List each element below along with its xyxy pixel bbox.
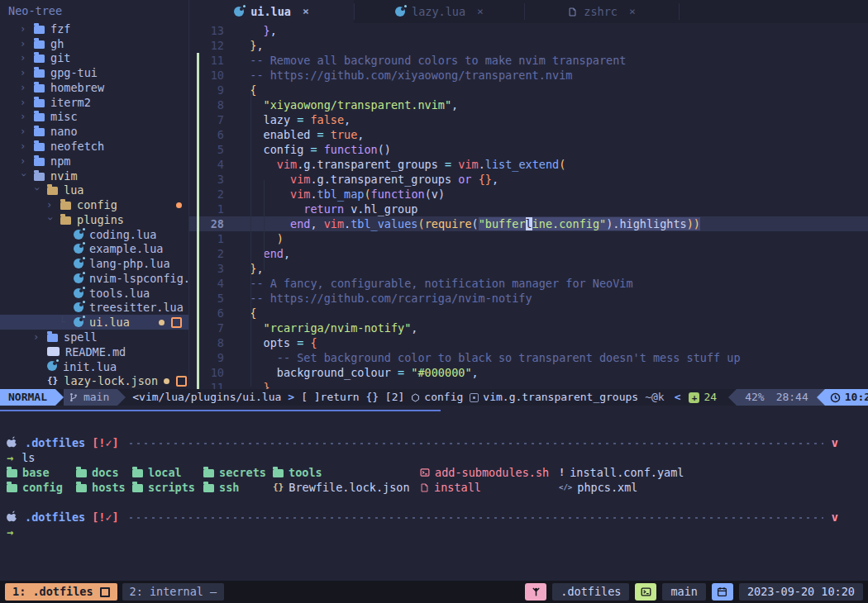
chevron-right-icon[interactable]: ›: [20, 139, 28, 154]
chevron-right-icon[interactable]: ›: [33, 330, 41, 344]
tmux-window-1-dotfiles[interactable]: 1: .dotfiles: [5, 583, 117, 601]
prompt-divider-dots: [127, 440, 823, 445]
tree-item-nvim-lspconfig-[interactable]: nvim-lspconfig.: [0, 271, 188, 286]
tree-item-treesitter-lua[interactable]: treesitter.lua: [0, 301, 188, 316]
code-line[interactable]: 6 {: [189, 306, 868, 320]
chevron-right-icon[interactable]: ›: [20, 95, 28, 110]
code-line[interactable]: 6 enabled = true,: [189, 127, 868, 142]
chevron-right-icon[interactable]: ›: [20, 80, 28, 95]
tree-item-spell[interactable]: ›spell: [0, 330, 188, 344]
tree-item-fzf[interactable]: ›fzf: [0, 21, 188, 36]
tree-item-lazy-lock-json[interactable]: {}lazy-lock.json: [0, 373, 188, 388]
line-number: 9: [201, 350, 224, 365]
chevron-down-icon[interactable]: ›: [30, 186, 45, 194]
folder-icon: [203, 484, 214, 492]
tree-item-init-lua[interactable]: init.lua: [0, 359, 188, 374]
chevron-down-icon[interactable]: ›: [43, 216, 58, 224]
tree-item-label: lazy-lock.json: [64, 373, 158, 388]
code-line[interactable]: 2 vim.tbl_map(function(v): [189, 187, 868, 202]
tree-item-nvim[interactable]: ›nvim: [0, 169, 188, 183]
tree-item-nano[interactable]: ›nano: [0, 124, 188, 139]
shell-command-line[interactable]: → ls: [0, 450, 868, 465]
tree-item-tools-lua[interactable]: tools.lua: [0, 286, 188, 301]
code-line[interactable]: 4 -- A fancy, configurable, notification…: [189, 276, 868, 291]
chevron-down-icon[interactable]: ›: [17, 172, 31, 180]
tree-item-label: tools.lua: [89, 286, 150, 301]
chevron-right-icon[interactable]: ›: [20, 124, 28, 139]
tree-item-lua[interactable]: ›lua: [0, 183, 188, 197]
tree-item-ui-lua[interactable]: └ui.lua: [0, 315, 188, 330]
tree-item-homebrew[interactable]: ›homebrew: [0, 80, 188, 95]
tmux-pane-border[interactable]: [0, 410, 441, 411]
code-line[interactable]: 11 -- Remove all background colors to ma…: [189, 53, 868, 68]
code-line[interactable]: 7 lazy = false,: [189, 112, 868, 127]
close-icon[interactable]: ×: [629, 4, 636, 19]
code-line[interactable]: 10 -- https://github.com/xiyaowong/trans…: [189, 68, 868, 83]
code-line[interactable]: 13 },: [189, 23, 868, 38]
modified-dot-icon: [159, 320, 165, 325]
bufferline: ui.lua×lazy.lua×zshrc×: [189, 0, 868, 23]
ls-entry-label: scripts: [148, 480, 195, 495]
chevron-left-icon: <: [675, 390, 681, 405]
chevron-right-icon[interactable]: ›: [46, 197, 55, 212]
ls-entry-docs: docs: [76, 465, 132, 480]
editor-pane[interactable]: 13 },12 },11 -- Remove all background co…: [189, 23, 868, 389]
terminal-icon: [420, 468, 430, 477]
chevron-right-icon[interactable]: ›: [20, 21, 28, 36]
tab-lazy-lua[interactable]: lazy.lua×: [355, 0, 524, 23]
tree-item-example-lua[interactable]: example.lua: [0, 241, 188, 256]
close-icon[interactable]: ×: [477, 4, 484, 19]
tree-item-label: example.lua: [89, 241, 163, 256]
tree-item-git[interactable]: ›git: [0, 51, 188, 66]
tree-item-config[interactable]: ›config: [0, 197, 188, 212]
tree-item-iterm2[interactable]: ›iterm2: [0, 95, 188, 110]
code-line[interactable]: 9 -- Set background color to black so tr…: [189, 350, 868, 365]
code-line-current[interactable]: 28 end, vim.tbl_values(require("bufferli…: [189, 216, 868, 231]
tree-item-misc[interactable]: ›misc: [0, 110, 188, 125]
code-line[interactable]: 5 config = function(): [189, 142, 868, 157]
code-line[interactable]: 12 },: [189, 38, 868, 53]
tree-item-neofetch[interactable]: ›neofetch: [0, 139, 188, 154]
tree-item-label: spell: [64, 330, 98, 344]
code-line[interactable]: 10 background_colour = "#000000",: [189, 365, 868, 380]
gitsigns-change-bar: [189, 306, 201, 320]
tree-item-gh[interactable]: ›gh: [0, 36, 188, 51]
chevron-right-icon[interactable]: ›: [20, 110, 28, 125]
folder-icon: [34, 69, 45, 78]
code-line[interactable]: 1 return v.hl_group: [189, 202, 868, 216]
close-icon[interactable]: ×: [303, 4, 309, 19]
sign-column: [189, 38, 201, 53]
folder-icon: [34, 128, 45, 136]
code-line[interactable]: 9 {: [189, 83, 868, 97]
tree-item-lang-php-lua[interactable]: lang-php.lua: [0, 256, 188, 271]
tree-item-plugins[interactable]: ›plugins: [0, 212, 188, 227]
tab-zshrc[interactable]: zshrc×: [525, 0, 679, 23]
code-line[interactable]: 3 },: [189, 261, 868, 276]
tree-item-coding-lua[interactable]: coding.lua: [0, 227, 188, 242]
code-line[interactable]: 8 "xiyaowong/transparent.nvim",: [189, 97, 868, 112]
code-line[interactable]: 7 "rcarriga/nvim-notify",: [189, 320, 868, 335]
breadcrumb-config: config: [411, 390, 463, 405]
chevron-right-icon[interactable]: ›: [20, 65, 28, 80]
tree-item-readme-md[interactable]: M↓README.md: [0, 344, 188, 359]
tmux-right: .dotfiles main 2023-09-20 10:20: [525, 583, 863, 601]
tree-item-gpg-tui[interactable]: ›gpg-tui: [0, 65, 188, 80]
git-status-badges: [176, 202, 182, 208]
code-line[interactable]: 1 ): [189, 231, 868, 246]
tmux-window-2-internal[interactable]: 2: internal—: [122, 583, 225, 601]
code-line[interactable]: 3 vim.g.transparent_groups or {},: [189, 172, 868, 187]
tree-item-npm[interactable]: ›npm: [0, 154, 188, 169]
code-line[interactable]: 8 opts = {: [189, 335, 868, 350]
code-line[interactable]: 2 end,: [189, 246, 868, 261]
code-line[interactable]: 5 -- https://github.com/rcarriga/nvim-no…: [189, 291, 868, 306]
chevron-right-icon[interactable]: ›: [20, 36, 28, 51]
chevron-right-icon[interactable]: ›: [20, 51, 28, 66]
chevron-right-icon[interactable]: ›: [20, 154, 28, 169]
folder-icon: [34, 113, 45, 121]
shell-cursor-line[interactable]: →: [0, 525, 868, 539]
tab-ui-lua[interactable]: ui.lua×: [189, 0, 354, 23]
code-line[interactable]: 4 vim.g.transparent_groups = vim.list_ex…: [189, 157, 868, 172]
code-text: {: [236, 83, 256, 97]
tree-item-label: homebrew: [50, 80, 104, 95]
ls-entry-local: local: [132, 465, 203, 480]
